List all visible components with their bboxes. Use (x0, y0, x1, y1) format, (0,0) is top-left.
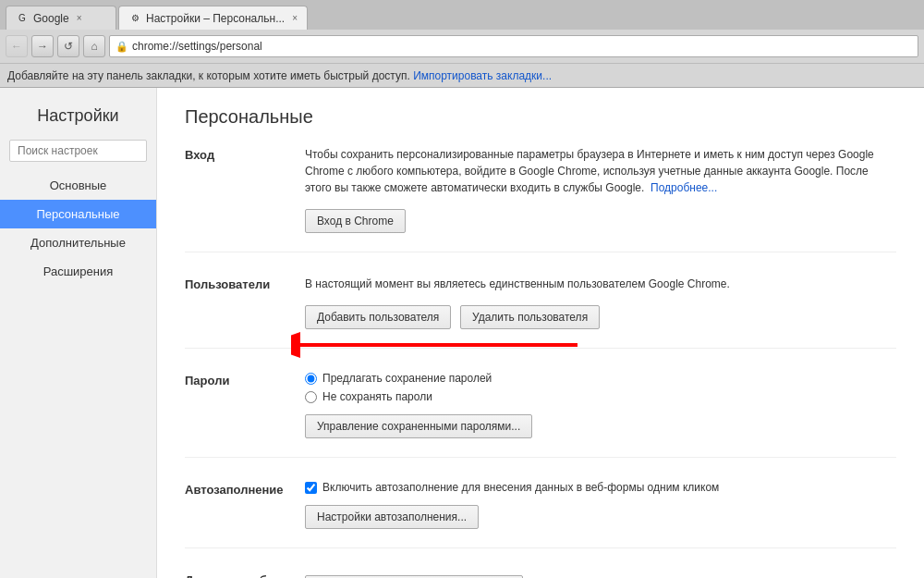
section-browser-data-content: Импортировать закладки и настройки (305, 572, 896, 578)
section-users-desc: В настоящий момент вы являетесь единстве… (305, 276, 896, 292)
section-users-label: Пользователи (185, 276, 305, 329)
section-login-label: Вход (185, 146, 305, 233)
section-login-content: Чтобы сохранить персонализированные пара… (305, 146, 896, 233)
settings-tab-close[interactable]: × (292, 13, 298, 23)
radio-nosave-input[interactable] (305, 391, 317, 403)
section-autofill: Автозаполнение Включить автозаполнение д… (185, 481, 896, 548)
delete-user-button[interactable]: Удалить пользователя (460, 305, 600, 329)
login-more-link[interactable]: Подробнее... (650, 181, 717, 194)
main-panel: Персональные Вход Чтобы сохранить персон… (157, 88, 924, 578)
settings-favicon: ⚙ (128, 12, 141, 25)
radio-no-save-passwords: Не сохранять пароли (305, 390, 896, 403)
autofill-checkbox[interactable] (305, 482, 317, 494)
google-tab-close[interactable]: × (77, 13, 82, 23)
autofill-settings-button[interactable]: Настройки автозаполнения... (305, 505, 479, 529)
browser-chrome: G Google × ⚙ Настройки – Персональн... ×… (0, 0, 924, 88)
import-bookmarks-link[interactable]: Импортировать закладки... (413, 69, 552, 82)
sidebar-title: Настройки (0, 97, 156, 140)
forward-button[interactable]: → (31, 35, 54, 57)
sidebar-item-personal[interactable]: Персональные (0, 200, 156, 228)
reload-button[interactable]: ↺ (57, 35, 79, 57)
main-content-wrapper: Персональные Вход Чтобы сохранить персон… (157, 88, 924, 578)
section-users-content: В настоящий момент вы являетесь единстве… (305, 276, 896, 329)
autofill-checkbox-item: Включить автозаполнение для внесения дан… (305, 481, 896, 494)
password-radio-group: Предлагать сохранение паролей Не сохраня… (305, 372, 896, 403)
section-login: Вход Чтобы сохранить персонализированные… (185, 146, 896, 252)
sidebar-item-basic[interactable]: Основные (0, 171, 156, 200)
google-tab-label: Google (33, 12, 69, 25)
bookmark-bar-text: Добавляйте на эту панель закладки, к кот… (7, 69, 410, 82)
section-autofill-content: Включить автозаполнение для внесения дан… (305, 481, 896, 529)
sidebar-item-extensions[interactable]: Расширения (0, 257, 156, 286)
search-input[interactable] (9, 140, 147, 162)
add-user-button[interactable]: Добавить пользователя (305, 305, 451, 329)
settings-tab[interactable]: ⚙ Настройки – Персональн... × (118, 6, 308, 30)
address-text: chrome://settings/personal (132, 40, 262, 53)
google-tab[interactable]: G Google × (6, 6, 116, 30)
sidebar-item-advanced[interactable]: Дополнительные (0, 228, 156, 257)
tab-bar: G Google × ⚙ Настройки – Персональн... × (0, 0, 924, 30)
radio-save-passwords: Предлагать сохранение паролей (305, 372, 896, 385)
section-passwords-content: Предлагать сохранение паролей Не сохраня… (305, 372, 896, 438)
section-passwords: Пароли Предлагать сохранение паролей Не … (185, 372, 896, 458)
content-area: Настройки Основные Персональные Дополнит… (0, 88, 924, 578)
section-passwords-label: Пароли (185, 372, 305, 438)
radio-save-input[interactable] (305, 373, 317, 385)
signin-chrome-button[interactable]: Вход в Chrome (305, 209, 406, 233)
back-button[interactable]: ← (6, 35, 28, 57)
section-browser-data: Данные о работе в браузере Импортировать… (185, 572, 896, 578)
section-users: Пользователи В настоящий момент вы являе… (185, 276, 896, 349)
address-icon: 🔒 (116, 41, 128, 53)
address-bar[interactable]: 🔒 chrome://settings/personal (109, 35, 918, 57)
settings-tab-label: Настройки – Персональн... (146, 12, 285, 25)
nav-bar: ← → ↺ ⌂ 🔒 chrome://settings/personal (0, 30, 924, 63)
section-autofill-label: Автозаполнение (185, 481, 305, 529)
google-favicon: G (16, 12, 29, 25)
page-title: Персональные (185, 106, 896, 128)
manage-passwords-button[interactable]: Управление сохраненными паролями... (305, 414, 532, 438)
section-login-desc: Чтобы сохранить персонализированные пара… (305, 146, 896, 196)
bookmark-bar: Добавляйте на эту панель закладки, к кот… (0, 63, 924, 87)
section-browser-data-label: Данные о работе в браузере (185, 572, 305, 578)
home-button[interactable]: ⌂ (83, 35, 105, 57)
sidebar: Настройки Основные Персональные Дополнит… (0, 88, 157, 578)
